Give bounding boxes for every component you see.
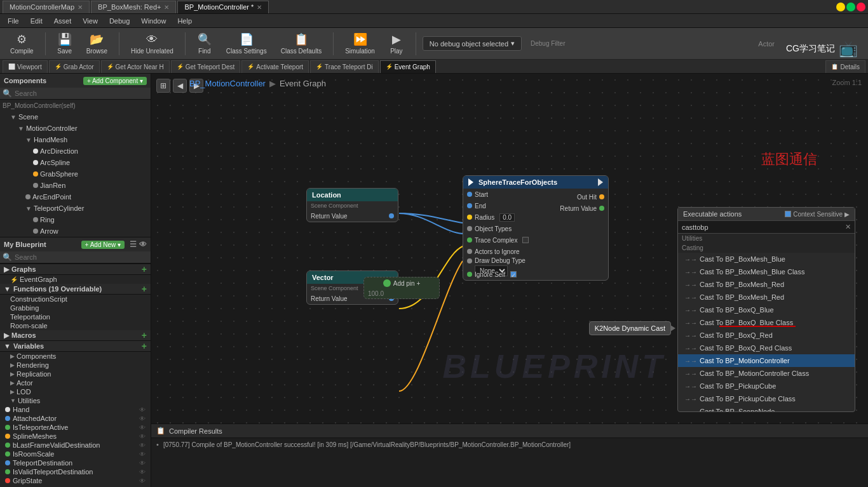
add-new-button[interactable]: + Add New ▾: [81, 241, 125, 249]
var-group-actor[interactable]: ▶ Actor: [0, 378, 151, 387]
close-icon[interactable]: ✕: [164, 4, 169, 11]
func-grabbing[interactable]: Grabbing: [0, 304, 151, 312]
breadcrumb-class[interactable]: BP_MotionController: [189, 79, 266, 88]
func-teleportation[interactable]: Teleportation: [0, 312, 151, 321]
save-button[interactable]: 💾 Save: [52, 30, 78, 57]
tab-details[interactable]: 📋 Details: [825, 60, 865, 73]
maximize-button[interactable]: [846, 3, 855, 11]
exec-item-3[interactable]: →→ Cast To BP_BoxMesh_Red: [678, 291, 855, 304]
func-construction[interactable]: ConstructionScript: [0, 295, 151, 304]
exec-item-1[interactable]: →→ Cast To BP_BoxMesh_Blue Class: [678, 265, 855, 278]
var-group-components[interactable]: ▶ Components: [0, 352, 151, 361]
blueprint-search-input[interactable]: [15, 253, 148, 261]
tree-arrow[interactable]: Arrow: [0, 225, 151, 237]
home-button[interactable]: ⊞: [156, 79, 170, 93]
tree-arcendpoint[interactable]: ArcEndPoint: [0, 191, 151, 203]
add-func-button[interactable]: +: [142, 284, 147, 294]
pin-in-start[interactable]: [467, 192, 472, 197]
tree-scene[interactable]: ▼ Scene: [0, 111, 151, 123]
class-settings-button[interactable]: 📄 Class Settings: [221, 30, 272, 57]
close-icon[interactable]: ✕: [845, 223, 851, 231]
checkbox-trace[interactable]: [522, 237, 529, 243]
var-group-replication[interactable]: ▶ Replication: [0, 370, 151, 378]
tree-jianren[interactable]: JianRen: [0, 180, 151, 191]
exec-item-2[interactable]: →→ Cast To BP_BoxMesh_Red: [678, 278, 855, 291]
menu-help[interactable]: Help: [172, 16, 197, 26]
find-button[interactable]: 🔍 Find: [192, 30, 217, 57]
tree-grabsphere[interactable]: GrabSphere: [0, 168, 151, 180]
exec-item-6[interactable]: →→ Cast To BP_BoxQ_Red: [678, 329, 855, 342]
pin-in-actors[interactable]: [467, 249, 472, 254]
menu-debug[interactable]: Debug: [104, 16, 135, 26]
pin-in-debug[interactable]: [467, 258, 472, 264]
tree-teleportcylinder[interactable]: ▼ TeleportCylinder: [0, 203, 151, 214]
back-button[interactable]: ◀: [173, 79, 187, 93]
pin-in-radius[interactable]: [467, 215, 472, 220]
output-pin[interactable]: [389, 213, 394, 218]
eye-icon[interactable]: 👁: [139, 469, 146, 476]
view-options-icon[interactable]: ☰: [130, 240, 137, 249]
pin-in-obj[interactable]: [467, 226, 472, 231]
var-isteleporter-active[interactable]: IsTeleporterActive 👁: [0, 423, 151, 432]
var-splinemeshes[interactable]: SplineMeshes 👁: [0, 432, 151, 441]
simulation-button[interactable]: ⏩ Simulation: [340, 30, 380, 57]
eye-icon[interactable]: 👁: [139, 451, 146, 458]
eye-icon[interactable]: 👁: [139, 406, 146, 413]
eye-icon[interactable]: 👁: [139, 433, 146, 440]
compile-button[interactable]: ⚙ Compile: [5, 30, 39, 57]
cs-checkbox[interactable]: [785, 211, 791, 217]
tree-handmesh[interactable]: ▼ HandMesh: [0, 134, 151, 145]
add-macro-button[interactable]: +: [142, 330, 147, 340]
tab-trace-teleport[interactable]: ⚡ Trace Teleport Di: [310, 60, 379, 73]
graph-area[interactable]: ⊞ ◀ ▶ BP_MotionController ▶ Event Graph …: [151, 74, 868, 424]
exec-item-0[interactable]: →→ Cast To BP_BoxMesh_Blue: [678, 253, 855, 265]
pin-in-trace[interactable]: [467, 237, 472, 243]
menu-window[interactable]: Window: [136, 16, 171, 26]
var-isvalid-teleport[interactable]: IsValidTeleportDestination 👁: [0, 467, 151, 476]
eye-toggle-icon[interactable]: 👁: [139, 240, 147, 249]
eye-icon[interactable]: 👁: [139, 442, 146, 449]
addpin-row[interactable]: Add pin +: [364, 277, 439, 289]
tab-event-graph[interactable]: ⚡ Event Graph: [380, 60, 436, 73]
menu-asset[interactable]: Asset: [49, 16, 77, 26]
tree-eventgraph[interactable]: ⚡ EventGraph: [0, 275, 151, 284]
macros-header[interactable]: ▶ Macros +: [0, 330, 151, 341]
tab-activate-teleport[interactable]: ⚡ Activate Teleport: [241, 60, 309, 73]
exec-item-11[interactable]: →→ Cast To BP_PickupCube Class: [678, 392, 855, 405]
var-group-lod[interactable]: ▶ LOD: [0, 387, 151, 396]
pin-in-ignore[interactable]: [467, 272, 472, 277]
tree-arcspline[interactable]: ArcSpline: [0, 157, 151, 168]
eye-icon[interactable]: 👁: [139, 424, 146, 431]
tab-get-actor-near[interactable]: ⚡ Get Actor Near H: [101, 60, 170, 73]
add-graph-button[interactable]: +: [142, 264, 147, 274]
debug-filter-button[interactable]: No debug object selected ▾: [423, 36, 522, 51]
exec-item-9[interactable]: →→ Cast To BP_MotionController Class: [678, 367, 855, 380]
var-group-rendering[interactable]: ▶ Rendering: [0, 361, 151, 370]
eye-icon[interactable]: 👁: [139, 415, 146, 422]
close-button[interactable]: [857, 3, 865, 11]
hide-unrelated-button[interactable]: 👁 Hide Unrelated: [126, 30, 179, 57]
eye-icon[interactable]: 👁: [139, 477, 146, 484]
checkbox-ignore[interactable]: ✓: [510, 271, 517, 277]
var-attached-actor[interactable]: AttachedActor 👁: [0, 414, 151, 423]
variables-header[interactable]: ▼ Variables +: [0, 341, 151, 352]
var-hand[interactable]: Hand 👁: [0, 405, 151, 414]
var-teleport-destination[interactable]: TeleportDestination 👁: [0, 458, 151, 467]
tree-ring[interactable]: Ring: [0, 214, 151, 225]
tab-get-teleport-dest[interactable]: ⚡ Get Teleport Dest: [171, 60, 241, 73]
tab-boxmesh-red[interactable]: BP_BoxMesh: Red+ ✕: [91, 1, 176, 13]
add-var-button[interactable]: +: [142, 341, 147, 351]
tab-viewport[interactable]: ⬜ Viewport: [3, 60, 48, 73]
play-button[interactable]: ▶ Play: [384, 30, 409, 57]
browse-button[interactable]: 📂 Browse: [81, 30, 112, 57]
tree-arcdirection[interactable]: ArcDirection: [0, 145, 151, 157]
exec-item-4[interactable]: →→ Cast To BP_BoxQ_Blue: [678, 304, 855, 316]
var-blast-frame[interactable]: bLastFrameValidDestination 👁: [0, 441, 151, 450]
close-icon[interactable]: ✕: [78, 4, 83, 11]
pin-out-hit[interactable]: [599, 194, 604, 199]
close-icon[interactable]: ✕: [257, 4, 262, 11]
class-defaults-button[interactable]: 📋 Class Defaults: [276, 30, 327, 57]
var-group-utilities[interactable]: ▼ Utilities: [0, 396, 151, 405]
tab-grab-actor[interactable]: ⚡ Grab Actor: [49, 60, 100, 73]
exec-item-5[interactable]: →→ Cast To BP_BoxQ_Blue Class: [678, 316, 855, 329]
